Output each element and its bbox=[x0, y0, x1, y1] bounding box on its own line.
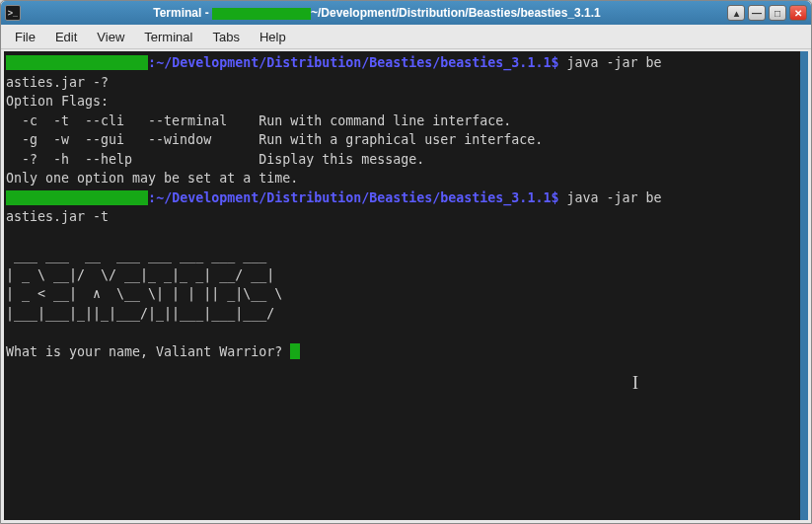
scrollbar[interactable] bbox=[800, 51, 808, 520]
prompt-cmd: java -jar be bbox=[558, 55, 661, 70]
shade-button[interactable]: ▴ bbox=[727, 5, 745, 21]
title-user-redacted bbox=[212, 8, 311, 20]
menu-edit[interactable]: Edit bbox=[45, 27, 87, 47]
line-wrap-1: asties.jar -? bbox=[6, 75, 109, 90]
terminal-content[interactable]: :~/Development/Distribution/Beasties/bea… bbox=[6, 53, 806, 518]
cursor-block bbox=[290, 343, 300, 359]
line-ascii-2: | _ \ __|/ \/ __|_ _|_ _| __/ __| bbox=[6, 267, 274, 282]
line-blank-1 bbox=[6, 229, 14, 244]
prompt-path: ~/Development/Distribution/Beasties/beas… bbox=[156, 55, 551, 70]
menu-view[interactable]: View bbox=[87, 27, 134, 47]
line-prompt-2: :~/Development/Distribution/Beasties/bea… bbox=[6, 190, 662, 205]
line-ascii-1: ___ ___ __ ___ ___ ___ ___ ___ bbox=[6, 248, 274, 262]
prompt-colon: : bbox=[148, 190, 156, 205]
terminal-viewport[interactable]: :~/Development/Distribution/Beasties/bea… bbox=[1, 49, 811, 523]
title-app: Terminal bbox=[153, 6, 201, 20]
line-wrap-2: asties.jar -t bbox=[6, 209, 109, 224]
line-ascii-3: | _ < __| ∧ \__ \| | | || _|\__ \ bbox=[6, 286, 282, 301]
line-help-1: -c -t --cli --terminal Run with command … bbox=[6, 113, 511, 128]
menu-terminal[interactable]: Terminal bbox=[134, 27, 202, 47]
minimize-button[interactable]: — bbox=[748, 5, 766, 21]
menu-help[interactable]: Help bbox=[250, 27, 296, 47]
prompt-user-redacted bbox=[6, 190, 148, 205]
menu-tabs[interactable]: Tabs bbox=[202, 27, 249, 47]
line-help-footer: Only one option may be set at a time. bbox=[6, 171, 298, 186]
line-ascii-4: |___|___|_||_|___/|_||___|___|___/ bbox=[6, 306, 274, 321]
prompt-colon: : bbox=[148, 55, 156, 70]
prompt-user-redacted bbox=[6, 55, 148, 70]
menubar: File Edit View Terminal Tabs Help bbox=[1, 25, 811, 49]
title-path: ~/Development/Distribution/Beasties/beas… bbox=[311, 6, 601, 20]
prompt-cmd: java -jar be bbox=[558, 190, 661, 205]
menu-file[interactable]: File bbox=[5, 27, 45, 47]
window-controls: ▴ — □ ✕ bbox=[727, 5, 807, 21]
line-blank-2 bbox=[6, 325, 14, 339]
title-sep: - bbox=[201, 6, 212, 20]
window-title: Terminal - ~/Development/Distribution/Be… bbox=[27, 6, 727, 20]
line-prompt-1: :~/Development/Distribution/Beasties/bea… bbox=[6, 55, 662, 70]
app-icon: >_ bbox=[5, 5, 21, 21]
line-help-header: Option Flags: bbox=[6, 94, 109, 109]
line-help-3: -? -h --help Display this message. bbox=[6, 152, 424, 167]
ibeam-cursor-icon: I bbox=[632, 374, 638, 394]
titlebar[interactable]: >_ Terminal - ~/Development/Distribution… bbox=[1, 1, 811, 25]
close-button[interactable]: ✕ bbox=[789, 5, 807, 21]
line-question: What is your name, Valiant Warrior? bbox=[6, 344, 290, 359]
prompt-path: ~/Development/Distribution/Beasties/beas… bbox=[156, 190, 551, 205]
line-help-2: -g -w --gui --window Run with a graphica… bbox=[6, 132, 543, 147]
maximize-button[interactable]: □ bbox=[769, 5, 786, 21]
terminal-window: >_ Terminal - ~/Development/Distribution… bbox=[0, 0, 812, 524]
